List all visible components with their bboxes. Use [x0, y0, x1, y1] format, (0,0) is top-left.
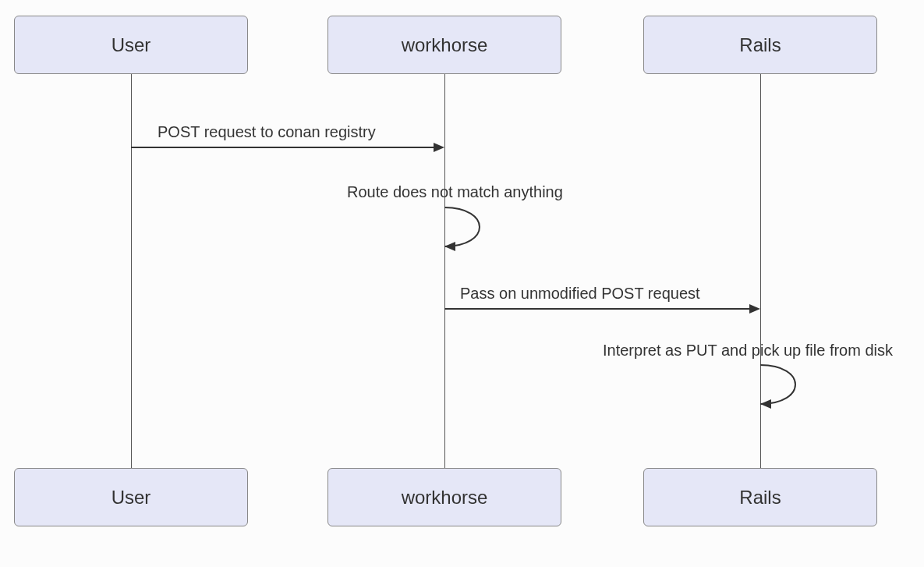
participant-user-top: User: [14, 16, 248, 74]
self-loop-rails: [741, 359, 827, 421]
arrowhead-3: [749, 304, 760, 314]
self-loop-workhorse: [425, 201, 511, 264]
message-label-4: Interpret as PUT and pick up file from d…: [603, 342, 893, 360]
lifeline-user: [131, 74, 132, 468]
lifeline-workhorse: [444, 74, 445, 468]
message-label-1: POST request to conan registry: [158, 123, 376, 141]
participant-user-bottom: User: [14, 468, 248, 526]
participant-label: workhorse: [402, 487, 488, 509]
arrowhead-1: [434, 143, 444, 152]
arrow-3: [444, 308, 749, 310]
svg-marker-0: [444, 242, 455, 251]
message-label-2: Route does not match anything: [347, 183, 563, 201]
svg-marker-1: [760, 399, 771, 409]
participant-label: Rails: [739, 34, 781, 56]
message-label-3: Pass on unmodified POST request: [460, 285, 700, 303]
participant-rails-bottom: Rails: [643, 468, 877, 526]
arrow-1: [131, 147, 434, 148]
participant-rails-top: Rails: [643, 16, 877, 74]
participant-workhorse-top: workhorse: [327, 16, 561, 74]
participant-label: workhorse: [402, 34, 488, 56]
participant-label: User: [112, 34, 151, 56]
participant-workhorse-bottom: workhorse: [327, 468, 561, 526]
participant-label: User: [112, 487, 151, 509]
participant-label: Rails: [739, 487, 781, 509]
